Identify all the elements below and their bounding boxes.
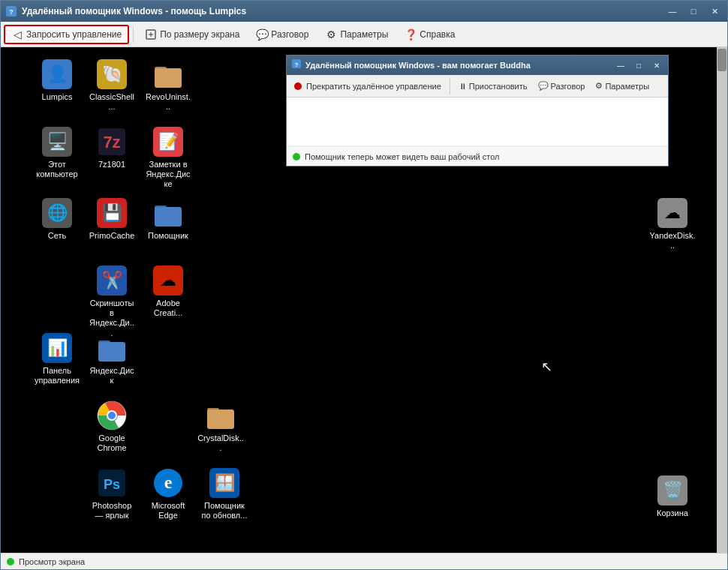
scrollbar-thumb[interactable] <box>717 49 726 71</box>
settings-button[interactable]: ⚙ Параметры <box>317 25 396 44</box>
icon-image-update_helper: 🪟 <box>208 466 241 500</box>
inner-popup-window: ? Удалённый помощник Windows - вам помог… <box>286 55 669 166</box>
mouse-cursor: ↖ <box>541 358 552 375</box>
inner-window-title: Удалённый помощник Windows - вам помогае… <box>305 61 531 70</box>
desktop-icon-crystaldisk[interactable]: CrystalDisk... <box>194 396 247 456</box>
icon-image-trash: 🗑️ <box>656 474 689 507</box>
icon-label-classicshell: ClassicShell... <box>89 92 135 112</box>
stop-control-label: Прекратить удалённое управление <box>306 82 441 91</box>
icon-label-control_panel: Панель управления <box>34 366 80 386</box>
inner-settings-button[interactable]: ⚙ Параметры <box>591 80 654 92</box>
fit-screen-label: По размеру экрана <box>160 29 239 40</box>
desktop-icon-primocache[interactable]: 💾PrimoCache <box>86 194 138 244</box>
inner-toolbar: Прекратить удалённое управление ⏸ Приост… <box>287 75 668 98</box>
help-button[interactable]: ❓ Справка <box>397 25 462 44</box>
scrollbar-right[interactable] <box>717 47 727 553</box>
inner-title-left: ? Удалённый помощник Windows - вам помог… <box>291 58 531 72</box>
svg-rect-10 <box>207 408 219 412</box>
desktop-icon-mycomputer[interactable]: 🖥️Этот компьютер <box>31 122 83 182</box>
icon-label-yandexdisk_right: YandexDisk... <box>649 231 696 250</box>
outer-window-controls: — □ ✕ <box>663 4 724 19</box>
inner-settings-label: Параметры <box>605 82 649 91</box>
inner-window-controls: — □ ✕ <box>612 58 665 72</box>
svg-rect-18 <box>155 206 167 210</box>
desktop-icon-yandexdisk_right[interactable]: ☁YandexDisk... <box>646 194 699 254</box>
icon-image-lumpics: 👤 <box>41 58 74 91</box>
stop-control-button[interactable]: Прекратить удалённое управление <box>290 80 446 92</box>
icon-label-helper: Помощник <box>148 231 188 241</box>
main-toolbar: ◁ Запросить управление По размеру экрана… <box>1 22 727 47</box>
desktop-icon-classicshell[interactable]: 🐚ClassicShell... <box>86 55 138 115</box>
icon-label-7z1801: 7z1801 <box>98 160 125 170</box>
desktop-icon-control_panel[interactable]: 📊Панель управления <box>31 328 83 388</box>
inner-status-bar: Помощник теперь может видеть ваш рабочий… <box>287 146 668 166</box>
desktop-icon-photoshop[interactable]: Ps Photoshop — ярлык <box>86 464 138 524</box>
icon-image-screenshots: ✂️ <box>95 264 128 297</box>
request-control-label: Запросить управление <box>26 29 122 40</box>
conversation-button[interactable]: 💬 Разговор <box>248 25 316 44</box>
close-button[interactable]: ✕ <box>705 4 724 19</box>
svg-text:e: e <box>164 472 173 492</box>
svg-point-14 <box>108 412 116 419</box>
icon-image-crystaldisk <box>204 399 237 432</box>
desktop-icon-helper[interactable]: Помощник <box>142 194 194 244</box>
desktop-icon-7z1801[interactable]: 7z 7z1801 <box>86 122 138 172</box>
icon-label-google_chrome: Google Chrome <box>89 434 135 453</box>
icon-image-network: 🌐 <box>41 196 74 230</box>
conversation-icon: 💬 <box>256 28 268 40</box>
desktop-icon-screenshots[interactable]: ✂️Скриншоты в Яндекс.Ди... <box>86 261 138 341</box>
request-control-button[interactable]: ◁ Запросить управление <box>4 25 129 44</box>
desktop-icon-revouninstall[interactable]: RevoUninst... <box>142 55 194 115</box>
desktop-icon-update_helper[interactable]: 🪟Помощник по обновл... <box>198 464 251 524</box>
title-bar-left: ? Удалённый помощник Windows - помощь Lu… <box>5 5 246 17</box>
app-icon: ? <box>5 5 17 17</box>
maximize-button[interactable]: □ <box>684 4 703 19</box>
desktop-icon-trash[interactable]: 🗑️Корзина <box>646 471 699 521</box>
desktop-icon-adobe_creative[interactable]: ☁Adobe Creati... <box>142 261 194 321</box>
icon-label-network: Сеть <box>48 231 66 241</box>
request-control-icon: ◁ <box>11 28 23 40</box>
pause-label: Приостановить <box>469 82 528 91</box>
inner-settings-icon: ⚙ <box>595 81 603 91</box>
help-icon: ❓ <box>405 28 417 40</box>
inner-close-button[interactable]: ✕ <box>648 58 665 72</box>
desktop-icon-network[interactable]: 🌐Сеть <box>31 194 83 244</box>
desktop-icon-google_chrome[interactable]: Google Chrome <box>86 396 138 456</box>
inner-minimize-button[interactable]: — <box>612 58 629 72</box>
icon-image-control_panel: 📊 <box>41 332 74 364</box>
icon-label-trash: Корзина <box>657 508 688 518</box>
inner-separator-1 <box>450 78 450 94</box>
fit-screen-button[interactable]: По размеру экрана <box>137 25 247 44</box>
icon-image-yandexdisk_right: ☁ <box>656 196 689 230</box>
minimize-button[interactable]: — <box>663 4 682 19</box>
main-area: 🗑️Корзина🪟Помощник по обновл... e Micros… <box>1 47 727 553</box>
help-label: Справка <box>420 29 455 40</box>
desktop-icon-lumpics[interactable]: 👤Lumpics <box>31 55 83 105</box>
icon-label-screenshots: Скриншоты в Яндекс.Ди... <box>89 298 135 338</box>
icon-label-microsoft_edge: Microsoft Edge <box>145 501 191 520</box>
remote-desktop[interactable]: 🗑️Корзина🪟Помощник по обновл... e Micros… <box>1 47 717 553</box>
bottom-status-text: Просмотр экрана <box>19 557 85 566</box>
icon-label-revouninstall: RevoUninst... <box>145 92 191 112</box>
stop-dot-icon <box>294 82 302 90</box>
pause-button[interactable]: ⏸ Приостановить <box>454 80 532 92</box>
svg-text:Ps: Ps <box>104 477 120 492</box>
icon-image-yandex_notes: 📝 <box>152 125 185 158</box>
inner-maximize-button[interactable]: □ <box>630 58 647 72</box>
desktop-icons-container: 🗑️Корзина🪟Помощник по обновл... e Micros… <box>1 47 717 553</box>
inner-status-text: Помощник теперь может видеть ваш рабочий… <box>305 152 500 161</box>
icon-label-yandex_disk_icon: Яндекс.Диск <box>89 366 135 386</box>
conversation-label: Разговор <box>271 29 308 40</box>
svg-text:7z: 7z <box>103 133 120 152</box>
pause-icon: ⏸ <box>459 82 467 91</box>
icon-label-photoshop: Photoshop — ярлык <box>89 501 135 520</box>
icon-label-crystaldisk: CrystalDisk... <box>197 434 244 453</box>
inner-conversation-icon: 💬 <box>538 81 549 91</box>
icon-image-photoshop: Ps <box>95 466 128 500</box>
desktop-icon-yandex_notes[interactable]: 📝Заметки в Яндекс.Диске <box>142 122 194 193</box>
icon-label-primocache: PrimoCache <box>89 231 135 241</box>
inner-conversation-button[interactable]: 💬 Разговор <box>534 80 590 92</box>
icon-image-google_chrome <box>95 399 128 432</box>
desktop-icon-microsoft_edge[interactable]: e Microsoft Edge <box>142 464 194 524</box>
icon-image-revouninstall <box>152 58 185 91</box>
